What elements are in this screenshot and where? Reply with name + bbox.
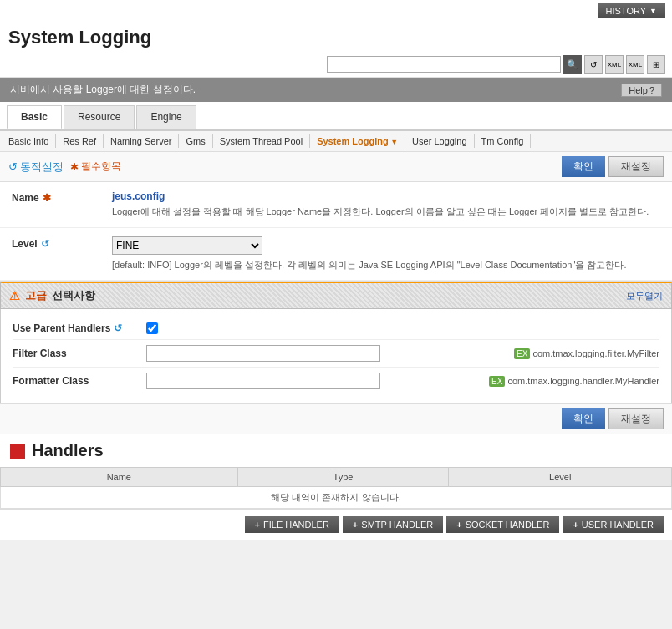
handlers-icon [10, 444, 25, 459]
bottom-reset-button[interactable]: 재설정 [608, 408, 664, 429]
advanced-warning-icon: ⚠ [9, 289, 20, 302]
page-title: System Logging [0, 22, 672, 52]
help-icon: ? [649, 85, 654, 95]
tab-basic[interactable]: Basic [7, 105, 62, 129]
toolbar-xml1-button[interactable]: XML [605, 55, 624, 74]
name-content: jeus.config Logger에 대해 설정을 적용할 때 해당 Logg… [112, 190, 660, 219]
col-level: Level [449, 468, 672, 487]
level-refresh-icon[interactable]: ↺ [41, 238, 49, 250]
level-select[interactable]: FINE INFO WARNING SEVERE ALL OFF [112, 236, 262, 255]
handlers-empty-msg: 해당 내역이 존재하지 않습니다. [1, 487, 672, 509]
tab-bar: Basic Resource Engine [0, 102, 672, 131]
dynamic-setting-label: 동적설정 [20, 160, 64, 175]
action-right: 확인 재설정 [562, 156, 664, 177]
level-select-wrap: FINE INFO WARNING SEVERE ALL OFF [112, 236, 660, 255]
name-label: Name ✱ [12, 190, 112, 204]
name-row: Name ✱ jeus.config Logger에 대해 설정을 적용할 때 … [0, 182, 672, 228]
footer-buttons: + FILE HANDLER + SMTP HANDLER + SOCKET H… [0, 509, 672, 540]
sub-nav: Basic Info Res Ref Naming Server Gms Sys… [0, 131, 672, 152]
formatter-class-input[interactable] [146, 373, 380, 389]
handlers-empty-row: 해당 내역이 존재하지 않습니다. [1, 487, 672, 509]
advanced-body: Use Parent Handlers ↺ Filter Class EX co… [0, 309, 672, 403]
advanced-main-label: 선택사항 [52, 288, 95, 303]
use-parent-handlers-row: Use Parent Handlers ↺ [13, 317, 659, 340]
tab-engine[interactable]: Engine [136, 105, 196, 129]
handlers-header: Handlers [0, 434, 672, 467]
smtp-handler-plus-icon: + [353, 520, 358, 530]
bottom-confirm-button[interactable]: 확인 [562, 408, 605, 429]
form-section: Name ✱ jeus.config Logger에 대해 설정을 적용할 때 … [0, 182, 672, 282]
user-handler-button[interactable]: + USER HANDLER [563, 516, 664, 533]
handlers-section: Handlers Name Type Level 해당 내역이 존재하지 않습니… [0, 434, 672, 509]
formatter-class-ex-badge: EX [489, 376, 505, 387]
search-input[interactable] [327, 56, 561, 73]
subnav-tm-config[interactable]: Tm Config [475, 134, 532, 148]
all-open-button[interactable]: 모두열기 [626, 290, 663, 302]
toolbar-refresh-button[interactable]: ↺ [584, 55, 603, 74]
tab-resource[interactable]: Resource [64, 105, 135, 129]
subnav-system-logging[interactable]: System Logging [310, 134, 405, 148]
bottom-action-bar: 확인 재설정 [0, 403, 672, 434]
name-required-star: ✱ [43, 192, 51, 204]
filter-class-label: Filter Class [13, 347, 146, 359]
handlers-table-body: 해당 내역이 존재하지 않습니다. [1, 487, 672, 509]
required-label: ✱ 필수항목 [70, 160, 121, 174]
use-parent-handlers-content [146, 322, 659, 334]
level-label: Level ↺ [12, 236, 112, 250]
user-handler-plus-icon: + [573, 520, 578, 530]
filter-class-input[interactable] [146, 345, 380, 362]
advanced-go-label: 고급 [25, 288, 47, 303]
subnav-gms[interactable]: Gms [179, 134, 212, 148]
reset-button[interactable]: 재설정 [608, 156, 664, 177]
smtp-handler-label: SMTP HANDLER [361, 520, 433, 530]
history-button[interactable]: HISTORY [598, 3, 665, 18]
filter-class-row: Filter Class EX com.tmax.logging.filter.… [13, 340, 659, 368]
dynamic-setting-icon[interactable]: ↺ 동적설정 [8, 160, 64, 175]
socket-handler-button[interactable]: + SOCKET HANDLER [446, 516, 559, 533]
desc-text: 서버에서 사용할 Logger에 대한 설정이다. [10, 83, 196, 97]
top-bar: HISTORY [0, 0, 672, 22]
file-handler-label: FILE HANDLER [263, 520, 329, 530]
handlers-table-head: Name Type Level [1, 468, 672, 487]
search-button[interactable]: 🔍 [563, 55, 582, 74]
formatter-class-example: EX com.tmax.logging.handler.MyHandler [489, 376, 659, 387]
col-name: Name [1, 468, 238, 487]
subnav-user-logging[interactable]: User Logging [405, 134, 474, 148]
file-handler-plus-icon: + [255, 520, 260, 530]
socket-handler-plus-icon: + [456, 520, 461, 530]
use-parent-handlers-refresh-icon[interactable]: ↺ [114, 322, 122, 334]
subnav-basic-info[interactable]: Basic Info [8, 134, 56, 148]
toolbar-grid-button[interactable]: ⊞ [647, 55, 665, 74]
formatter-class-label: Formatter Class [13, 375, 146, 387]
filter-class-example-text: com.tmax.logging.filter.MyFilter [532, 348, 659, 358]
use-parent-handlers-checkbox[interactable] [146, 322, 158, 334]
use-parent-handlers-label: Use Parent Handlers ↺ [13, 322, 146, 334]
confirm-button[interactable]: 확인 [562, 156, 605, 177]
filter-class-ex-badge: EX [514, 348, 530, 359]
filter-class-label-text: Filter Class [13, 347, 67, 359]
smtp-handler-button[interactable]: + SMTP HANDLER [343, 516, 443, 533]
user-handler-label: USER HANDLER [582, 520, 654, 530]
level-label-text: Level [12, 238, 38, 250]
desc-bar: 서버에서 사용할 Logger에 대한 설정이다. Help ? [0, 78, 672, 102]
filter-class-example: EX com.tmax.logging.filter.MyFilter [514, 348, 659, 359]
advanced-section: ⚠ 고급 선택사항 모두열기 Use Parent Handlers ↺ Fil… [0, 282, 672, 403]
file-handler-button[interactable]: + FILE HANDLER [245, 516, 339, 533]
action-left: ↺ 동적설정 ✱ 필수항목 [8, 160, 121, 175]
level-content: FINE INFO WARNING SEVERE ALL OFF [defaul… [112, 236, 660, 272]
toolbar-xml2-button[interactable]: XML [626, 55, 644, 74]
handlers-table: Name Type Level 해당 내역이 존재하지 않습니다. [0, 467, 672, 509]
help-label: Help [629, 85, 648, 95]
formatter-class-label-text: Formatter Class [13, 375, 89, 387]
name-value: jeus.config [112, 190, 660, 202]
formatter-class-content [146, 373, 489, 389]
subnav-system-thread-pool[interactable]: System Thread Pool [213, 134, 310, 148]
level-desc: [default: INFO] Logger의 레벨을 설정한다. 각 레벨의 … [112, 258, 660, 272]
col-type: Type [237, 468, 449, 487]
help-button[interactable]: Help ? [621, 84, 662, 97]
subnav-naming-server[interactable]: Naming Server [104, 134, 179, 148]
use-parent-handlers-label-text: Use Parent Handlers [13, 322, 110, 334]
subnav-res-ref[interactable]: Res Ref [56, 134, 104, 148]
formatter-class-example-text: com.tmax.logging.handler.MyHandler [507, 376, 659, 386]
filter-class-content [146, 345, 514, 362]
